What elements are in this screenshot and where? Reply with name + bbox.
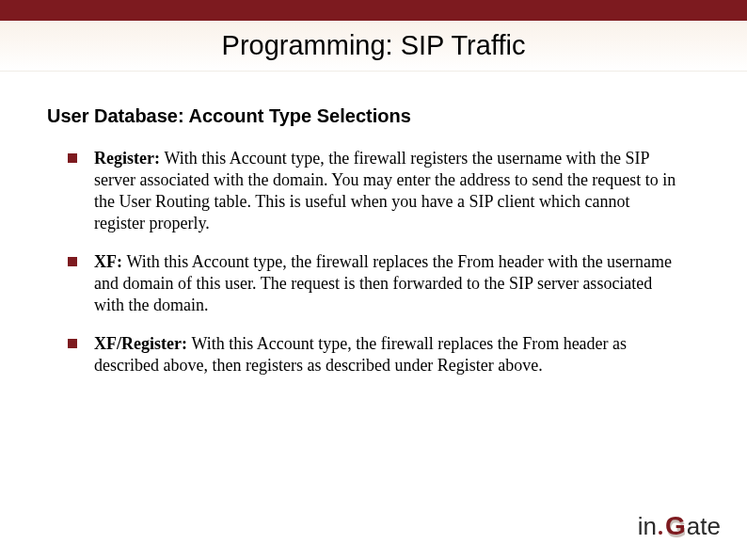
logo-dot-icon — [659, 531, 662, 535]
slide-title: Programming: SIP Traffic — [222, 30, 526, 61]
bullet-term: XF/Register: — [94, 334, 191, 353]
bullet-icon — [68, 153, 77, 163]
title-area: Programming: SIP Traffic — [0, 21, 747, 72]
bullet-term: XF: — [94, 252, 127, 271]
list-item: Register: With this Account type, the fi… — [68, 148, 700, 234]
logo-ate-text: ate — [687, 512, 721, 541]
list-item: XF: With this Account type, the firewall… — [68, 251, 700, 316]
bullet-term: Register: — [94, 149, 164, 168]
section-title: User Database: Account Type Selections — [47, 105, 700, 127]
list-item: XF/Register: With this Account type, the… — [68, 333, 700, 376]
bullet-body: With this Account type, the firewall rep… — [94, 252, 672, 314]
bullet-icon — [68, 339, 77, 348]
content-area: User Database: Account Type Selections R… — [0, 72, 747, 376]
bullet-text: XF/Register: With this Account type, the… — [94, 333, 677, 376]
logo-g-text: G — [665, 511, 686, 540]
bullet-text: Register: With this Account type, the fi… — [94, 148, 677, 234]
bullet-icon — [68, 257, 77, 266]
logo-in-text: in — [638, 512, 657, 541]
bullet-list: Register: With this Account type, the fi… — [47, 148, 700, 376]
logo-g-wrap: G G — [665, 511, 686, 541]
bullet-text: XF: With this Account type, the firewall… — [94, 251, 677, 316]
ingate-logo: in G G ate — [638, 511, 721, 541]
top-bar — [0, 0, 747, 21]
bullet-body: With this Account type, the firewall reg… — [94, 149, 675, 232]
